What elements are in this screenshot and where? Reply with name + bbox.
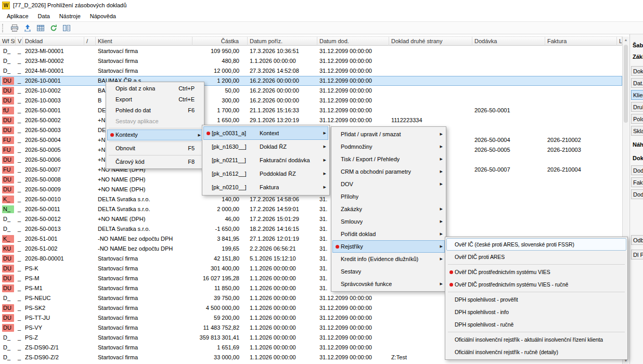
menu-item-rejstriky[interactable]: Rejstříky▶ bbox=[332, 240, 445, 253]
column-header-klient[interactable]: Klient bbox=[96, 37, 192, 46]
menu-item-poddoklad-rz[interactable]: [pk_n1612__]Poddoklad ŘZ▶ bbox=[203, 167, 328, 180]
menu-item-spravcovske-funkce[interactable]: Správcovské funkce▶ bbox=[332, 278, 445, 290]
refresh-icon[interactable] bbox=[48, 23, 59, 33]
cell-li bbox=[617, 135, 622, 145]
side-panel-item-poloz[interactable]: Polož bbox=[631, 114, 643, 124]
menu-item-label: DPH spolehlivost - info bbox=[455, 306, 509, 318]
scroll-up-icon[interactable]: ▲ bbox=[623, 36, 629, 43]
menu-item-over-ic-ceske-proti-ares-slovenske-proti[interactable]: Ověř IČ (české proti ARES, slovenské pro… bbox=[446, 238, 626, 251]
menu-item-dph-spolehlivost-rucne[interactable]: DPH spolehlivost - ručně bbox=[446, 318, 626, 331]
column-header-doklad[interactable]: Doklad bbox=[23, 37, 84, 46]
side-panel-item-doda[interactable]: Dodá bbox=[631, 165, 643, 175]
menu-item-dph-spolehlivost-info[interactable]: DPH spolehlivost - info bbox=[446, 306, 626, 318]
menubar-item-data[interactable]: Data bbox=[33, 11, 55, 21]
menu-item-poridit-doklad[interactable]: Pořídit doklad▶ bbox=[332, 228, 445, 240]
side-panel-item-klien[interactable]: Klien bbox=[631, 90, 643, 100]
table-row[interactable]: D__2024-MI-00001Startovací firma12 000,0… bbox=[0, 66, 622, 76]
wf-status-badge: D_ bbox=[2, 47, 14, 55]
menu-item-fakturacni-dodavka[interactable]: [pk_n0211__]Fakturační dodávka▶ bbox=[203, 153, 328, 167]
scrollbar-thumb[interactable] bbox=[624, 45, 628, 123]
menu-item-doklad-rz[interactable]: [pk_n1630__]Doklad ŘZ▶ bbox=[203, 140, 328, 153]
column-header-v[interactable]: V bbox=[16, 37, 23, 46]
column-header-faktura[interactable]: Faktura bbox=[545, 37, 617, 46]
menu-item-pridat-upravit-smazat[interactable]: Přidat / upravit / smazat▶ bbox=[332, 128, 445, 140]
menu-item-kontexty[interactable]: Kontexty▶ bbox=[107, 129, 203, 140]
menu-item-over-dic-prostrednictvim-systemu-vies[interactable]: Ověř DIČ prostřednictvím systému VIES bbox=[446, 266, 626, 278]
side-panel-item-sklad[interactable]: Sklad bbox=[631, 126, 643, 136]
side-panel-item-dl-p[interactable]: Dl P bbox=[631, 250, 643, 259]
menu-item-opis-dat-z-okna[interactable]: Opis dat z oknaCtrl+P bbox=[107, 83, 203, 94]
menu-item-obnovit[interactable]: ObnovitF5 bbox=[107, 143, 203, 154]
table-row[interactable]: D__2026-50-0013DELTA Svratka s.r.o.-1 65… bbox=[0, 224, 622, 234]
side-panel-item-druh[interactable]: Druh bbox=[631, 102, 643, 112]
column-header-li[interactable]: Li bbox=[617, 37, 622, 46]
menu-item-tisk-export-prehledy[interactable]: Tisk / Export / Přehledy▶ bbox=[332, 153, 445, 165]
menubar-item-napoveda[interactable]: Nápověda bbox=[85, 11, 121, 21]
cell-wf: DU bbox=[0, 303, 16, 313]
menu-item-faktura[interactable]: [pk_n0210__]Faktura▶ bbox=[203, 180, 328, 194]
menu-item-crm-a-obchodni-parametry[interactable]: CRM a obchodní parametry▶ bbox=[332, 165, 445, 178]
column-header-dodavka[interactable]: Dodávka bbox=[472, 37, 545, 46]
menu-item-dov[interactable]: DOV▶ bbox=[332, 178, 445, 190]
wf-status-badge: DU bbox=[2, 304, 14, 312]
table-icon[interactable] bbox=[35, 23, 46, 33]
table-row[interactable]: D__2023-MI-00002Startovací firma480,801.… bbox=[0, 56, 622, 66]
print-icon[interactable] bbox=[9, 23, 20, 33]
menubar-item-nastroje[interactable]: Nástroje bbox=[55, 11, 85, 21]
columns-icon[interactable] bbox=[61, 23, 72, 33]
toolbar bbox=[0, 21, 643, 34]
submenu-arrow-icon: ▶ bbox=[440, 128, 443, 140]
table-row[interactable]: DU_2026-10-0002BA50,0016.2.2026 00:00:00… bbox=[0, 86, 622, 96]
table-row[interactable]: DU_2026-50-0002+N1 650,0029.1.2026 13:20… bbox=[0, 115, 622, 125]
menu-item-prilohy[interactable]: Přílohy bbox=[332, 190, 445, 203]
cell-wf: DU bbox=[0, 76, 16, 86]
export-icon[interactable] bbox=[22, 23, 33, 33]
menu-item-kredit-info-evidence-dluzniku[interactable]: Kredit info (Evidence dlužníků)▶ bbox=[332, 253, 445, 265]
table-row[interactable]: D__2023-MI-00001Startovací firma109 950,… bbox=[0, 46, 622, 56]
column-header-item[interactable]: / bbox=[84, 37, 96, 46]
menu-item-label: Kontexty bbox=[115, 129, 138, 140]
cell-dodavka bbox=[472, 155, 545, 165]
column-header-doklad-druhe-strany[interactable]: Doklad druhé strany bbox=[389, 37, 472, 46]
menu-item-oficialni-insolvencni-rejstrik-rucne-det[interactable]: Oficiální insolvenční rejstřík - ručně (… bbox=[446, 346, 626, 358]
table-row[interactable]: D__2026-50-0012+NO NAME (DPH)46,0017.2.2… bbox=[0, 214, 622, 224]
column-header-datum-dod[interactable]: Datum dod. bbox=[317, 37, 389, 46]
table-row[interactable]: fU_2026-50-0001DE1 700,0021.1.2026 15:16… bbox=[0, 106, 622, 115]
side-panel-item-doda[interactable]: Doda bbox=[631, 189, 643, 199]
side-panel-item-faktu[interactable]: Faktu bbox=[631, 177, 643, 187]
cell-doklad: ZS-DS90-Z/1 bbox=[23, 343, 84, 353]
menu-item-over-dic-prostrednictvim-systemu-vies-ru[interactable]: Ověř DIČ prostřednictvím systému VIES - … bbox=[446, 278, 626, 291]
cell-datum_poriz: 1.1.2026 00:00:00 bbox=[248, 264, 317, 274]
cell-dodavka bbox=[472, 214, 545, 224]
side-panel-item-odb[interactable]: Odb bbox=[631, 235, 643, 245]
cell-doklad2 bbox=[389, 86, 472, 96]
menu-item-oficialni-insolvencni-rejstrik-aktualni-[interactable]: Oficiální insolvenční rejstřík - aktuáln… bbox=[446, 333, 626, 346]
menu-item-label: Kontext bbox=[260, 126, 279, 140]
menu-item-zakazky[interactable]: Zakázky▶ bbox=[332, 203, 445, 215]
menu-item-pohled-do-dat[interactable]: Pohled do datF6 bbox=[107, 105, 203, 116]
table-row[interactable]: DU_2026-10-0003B300,0016.2.2026 00:00:00… bbox=[0, 96, 622, 106]
menu-item-sestavy[interactable]: Sestavy bbox=[332, 265, 445, 278]
menu-item-export[interactable]: ExportCtrl+E bbox=[107, 94, 203, 105]
column-header-castka[interactable]: Částka bbox=[192, 37, 248, 46]
side-panel-item-dat-v[interactable]: Dat.v bbox=[631, 78, 643, 88]
column-header-datum-poriz[interactable]: Datum poříz. bbox=[248, 37, 317, 46]
menu-item-smlouvy[interactable]: Smlouvy▶ bbox=[332, 215, 445, 228]
menubar-item-aplikace[interactable]: Aplikace bbox=[2, 11, 33, 21]
cell-castka: 11 483 752,82 bbox=[192, 323, 248, 333]
side-panel-item-dokl[interactable]: Dokl bbox=[631, 66, 643, 76]
menu-item-carovy-kod[interactable]: Čárový kódF8 bbox=[107, 157, 203, 167]
cell-v: _ bbox=[16, 353, 23, 362]
menu-item-podmnoziny[interactable]: Podmnožiny▶ bbox=[332, 140, 445, 153]
menu-item-dph-spolehlivost-proverit[interactable]: DPH spolehlivost - prověřit bbox=[446, 293, 626, 306]
table-row[interactable]: N__2026-50-0011DELTA Svratka s.r.o.2 000… bbox=[0, 204, 622, 214]
table-row[interactable]: DU_2026-10-0001BAUMAX ČR a.s.1 200,0016.… bbox=[0, 76, 622, 86]
menu-item-label: Fakturační dodávka bbox=[260, 153, 310, 167]
menu-item-kontext[interactable]: [pk_c0031_a]Kontext▶ bbox=[203, 126, 328, 140]
cell-v: _ bbox=[16, 323, 23, 333]
toolbar-grip[interactable] bbox=[2, 24, 5, 32]
menu-item-over-dic-proti-ares[interactable]: Ověř DIČ proti ARES bbox=[446, 251, 626, 263]
column-header-wf-stav[interactable]: Wf Stav bbox=[0, 37, 16, 46]
table-row[interactable]: K__2026-50-0010DELTA Svratka s.r.o.140,0… bbox=[0, 194, 622, 204]
menu-item-label: DPH spolehlivost - prověřit bbox=[455, 293, 518, 306]
